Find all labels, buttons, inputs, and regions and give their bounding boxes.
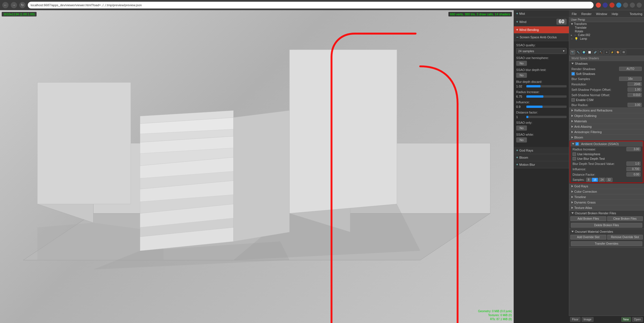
reflections-title[interactable]: Reflections and Refractions	[569, 108, 644, 113]
ssao-sample-32[interactable]: 32	[606, 178, 613, 182]
rotate-item[interactable]: Rotate	[569, 30, 644, 33]
add-broken-button[interactable]: Add Broken Files	[570, 216, 606, 221]
constraint-icon-btn[interactable]: 🔗	[593, 50, 598, 55]
ssao-sample-16[interactable]: 16	[592, 178, 598, 182]
ssao-blur-blender-check[interactable]	[573, 157, 576, 160]
clear-broken-button[interactable]: Clear Broken Files	[607, 216, 643, 221]
translate-item[interactable]: Translate	[569, 26, 644, 30]
oscurart-material-title[interactable]: Oscurart Material Overrides	[569, 229, 644, 234]
wind-bending-section[interactable]: + Wind Bending	[514, 26, 569, 33]
blender-render-menu[interactable]: Render	[580, 12, 593, 16]
new-button[interactable]: New	[621, 317, 631, 322]
blur-depth-fill	[526, 85, 541, 87]
blur-samples-dropdown[interactable]: 16x	[619, 77, 642, 81]
blur-radius-input[interactable]	[628, 103, 642, 107]
self-shadow-normal-input[interactable]	[628, 93, 642, 97]
materials-title[interactable]: Materials	[569, 119, 644, 124]
bloom-section[interactable]: + Bloom	[514, 154, 569, 161]
texture-icon-btn[interactable]: 🖼	[621, 50, 626, 55]
ssao-white-toggle[interactable]: No	[516, 137, 527, 142]
remove-override-button[interactable]: Remove Override Slot	[607, 235, 643, 240]
lamp-item[interactable]: ○ 💡 Lamp	[569, 37, 644, 41]
blender-window-menu[interactable]: Window	[595, 12, 608, 16]
mist-section[interactable]: + Mist	[514, 10, 569, 17]
render-shadows-dropdown[interactable]: AUTO	[619, 67, 642, 71]
open-button[interactable]: Open	[632, 317, 643, 322]
wind-section[interactable]: + Wind 60	[514, 17, 569, 26]
viewport[interactable]: 1610x1134 (1.00:1.00) 660 verts, 380 tri…	[0, 10, 514, 323]
forward-button[interactable]: →	[11, 2, 17, 8]
color-correction-title[interactable]: Color Correction	[569, 189, 644, 194]
self-shadow-polygon-input[interactable]	[628, 87, 642, 92]
resolution-row: Resolution 2048	[569, 81, 644, 87]
ssao-blender-check[interactable]	[575, 142, 579, 146]
ssao-samples-row: Samples: 8 16 24 32	[570, 177, 643, 183]
soft-shadows-check[interactable]	[571, 72, 575, 75]
dynamic-grass-title[interactable]: Dynamic Grass	[569, 200, 644, 205]
motion-blur-section[interactable]: + Motion Blur	[514, 161, 569, 168]
oscurart-broken-title[interactable]: Oscurart Broken Render Files	[569, 211, 644, 216]
ssao-blur-toggle[interactable]: No	[516, 73, 527, 78]
enable-csm-check[interactable]	[571, 98, 575, 102]
transfer-overrides-button[interactable]: Transfer Overrides	[571, 241, 642, 246]
ssao-hemisphere-blender-row[interactable]: Use Hemisphere	[570, 152, 643, 156]
bloom-title[interactable]: Bloom	[569, 135, 644, 140]
shadows-title[interactable]: Shadows	[569, 61, 644, 66]
god-rays-blender-title[interactable]: God Rays	[569, 184, 644, 189]
scene-icon-btn[interactable]: 🔧	[576, 50, 581, 55]
add-override-button[interactable]: Add Override Slot	[570, 235, 606, 240]
wind-bending-label: Wind Bending	[519, 28, 539, 32]
influence-track[interactable]	[526, 106, 567, 108]
oscurart-material-triangle	[571, 231, 574, 232]
ssao-radius-input[interactable]	[626, 147, 641, 151]
ssao-sample-24[interactable]: 24	[599, 178, 605, 182]
timeline-section: Timeline	[569, 194, 644, 200]
cube-item[interactable]: ▸ ○ Cube.002	[569, 33, 644, 37]
ssao-hemisphere-toggle[interactable]: No	[516, 61, 527, 66]
ssao-sample-8[interactable]: 8	[586, 178, 591, 182]
soft-shadows-row[interactable]: Soft Shadows	[569, 72, 644, 76]
back-button[interactable]: ←	[2, 2, 9, 8]
anti-aliasing-title[interactable]: Anti-Aliasing	[569, 124, 644, 129]
ssao-only-label: SSAO only:	[516, 121, 567, 124]
modifier-icon-btn[interactable]: 🔨	[598, 50, 603, 55]
blender-file-menu[interactable]: File	[571, 12, 578, 16]
enable-csm-row[interactable]: Enable CSM	[569, 98, 644, 102]
materials-triangle	[571, 120, 573, 122]
object-outlining-title[interactable]: Object Outlining	[569, 113, 644, 118]
floor-button[interactable]: Floor	[570, 317, 581, 322]
resolution-input[interactable]: 2048	[628, 82, 642, 86]
ssao-blur-discard-input[interactable]	[626, 162, 641, 166]
bloom-triangle	[571, 136, 573, 139]
dynamic-grass-label: Dynamic Grass	[574, 201, 596, 204]
image-button[interactable]: Image	[582, 317, 594, 322]
timeline-title[interactable]: Timeline	[569, 194, 644, 200]
ssao-blender-header[interactable]: Ambient Occlusion (SSAO)	[570, 141, 643, 146]
god-rays-section[interactable]: + God Rays	[514, 147, 569, 154]
ssao-quality-dropdown[interactable]: 24 samples ▾	[516, 48, 567, 54]
ssao-blur-blender-row[interactable]: Use Blur Depth Test	[570, 156, 643, 161]
particle-icon-btn[interactable]: ✦	[604, 50, 609, 55]
broken-buttons-row: Add Broken Files Clear Broken Files	[569, 216, 644, 222]
physics-icon-btn[interactable]: ⚡	[610, 50, 615, 55]
object-icon-btn[interactable]: ⬜	[587, 50, 592, 55]
browser-icon-5	[623, 3, 628, 8]
render-icon-btn[interactable]: 📷	[570, 50, 575, 55]
ssao-hemisphere-blender-check[interactable]	[573, 152, 576, 156]
ssao-distance-input[interactable]	[626, 172, 641, 177]
material-icon-btn[interactable]: 🎨	[615, 50, 620, 55]
world-icon-btn[interactable]: 🌍	[581, 50, 586, 55]
radius-increase-track[interactable]	[526, 95, 567, 98]
delete-broken-button[interactable]: Delete Broken Files	[571, 223, 642, 228]
address-text: localhost:6687/apps_dev/viewer/viewer.ht…	[31, 3, 142, 7]
blender-help-menu[interactable]: Help	[611, 12, 619, 16]
anisotropic-title[interactable]: Anisotropic Filtering	[569, 129, 644, 135]
ssao-section-header[interactable]: − Screen Space Amb Occlus	[514, 33, 569, 41]
texture-atlas-title[interactable]: Texture Atlas	[569, 205, 644, 210]
address-bar[interactable]: localhost:6687/apps_dev/viewer/viewer.ht…	[28, 2, 594, 9]
blur-depth-track[interactable]	[526, 85, 567, 87]
ssao-only-toggle[interactable]: No	[516, 125, 527, 131]
ssao-influence-input[interactable]	[626, 167, 641, 171]
distance-factor-track[interactable]	[526, 116, 567, 118]
refresh-button[interactable]: ↻	[19, 2, 26, 8]
